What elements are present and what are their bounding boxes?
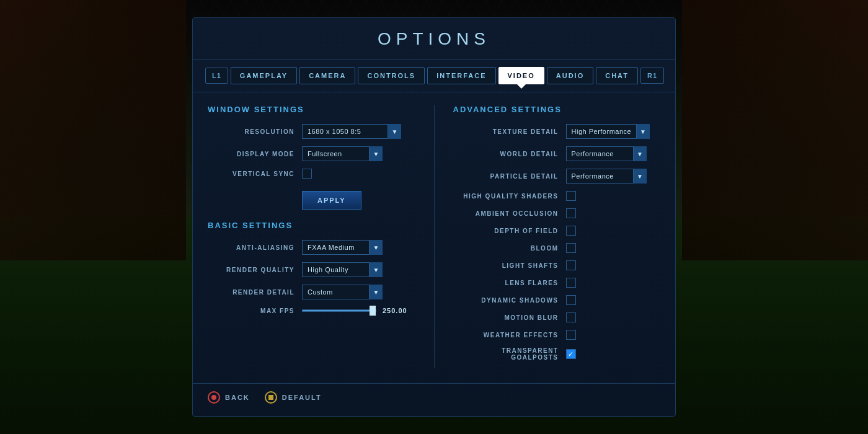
particle-detail-select[interactable]: Low Performance High bbox=[566, 169, 647, 184]
texture-detail-row: TEXTURE DETAIL Low Medium High Performan… bbox=[453, 124, 661, 139]
weather-effects-row: WEATHER EFFECTS bbox=[453, 330, 661, 340]
lens-flares-label: LENS FLARES bbox=[453, 280, 559, 286]
resolution-row: RESOLUTION 1680 x 1050 8:5 1920 x 1080 1… bbox=[208, 124, 415, 139]
back-icon bbox=[208, 391, 220, 404]
bloom-label: BLOOM bbox=[453, 245, 559, 252]
tab-interface[interactable]: INTERFACE bbox=[427, 67, 495, 84]
bloom-checkbox[interactable] bbox=[566, 243, 576, 253]
apply-row: APPLY bbox=[208, 186, 415, 210]
high-quality-shaders-label: HIGH QUALITY SHADERS bbox=[453, 193, 559, 200]
apply-button[interactable]: APPLY bbox=[302, 191, 361, 210]
depth-of-field-checkbox[interactable] bbox=[566, 226, 576, 236]
transparent-goalposts-label: TRANSPARENT GOALPOSTS bbox=[453, 347, 559, 361]
window-settings-title: WINDOW SETTINGS bbox=[208, 105, 415, 114]
particle-detail-label: PARTICLE DETAIL bbox=[453, 173, 559, 180]
light-shafts-checkbox[interactable] bbox=[566, 260, 576, 270]
display-mode-row: DISPLAY MODE Fullscreen Windowed Borderl… bbox=[208, 146, 415, 161]
display-mode-label: DISPLAY MODE bbox=[208, 151, 294, 157]
render-quality-row: RENDER QUALITY Low Quality Medium Qualit… bbox=[208, 262, 415, 277]
vsync-label: VERTICAL SYNC bbox=[208, 170, 294, 177]
render-detail-select[interactable]: Low Medium High Ultra Custom bbox=[302, 285, 383, 299]
tab-audio[interactable]: AUDIO bbox=[547, 67, 593, 84]
anti-aliasing-row: ANTI-ALIASING None FXAA Low FXAA Medium … bbox=[208, 240, 415, 255]
world-detail-select-wrapper: Low Performance High Ultra ▼ bbox=[566, 146, 647, 161]
default-label: DEFAULT bbox=[282, 394, 322, 401]
dynamic-shadows-row: DYNAMIC SHADOWS bbox=[453, 295, 661, 305]
max-fps-row: MAX FPS 250.00 bbox=[208, 307, 415, 314]
motion-blur-checkbox[interactable] bbox=[566, 312, 576, 322]
particle-detail-select-wrapper: Low Performance High ▼ bbox=[566, 169, 647, 184]
motion-blur-row: MOTION BLUR bbox=[453, 312, 661, 322]
bloom-row: BLOOM bbox=[453, 243, 661, 253]
resolution-select-wrapper: 1680 x 1050 8:5 1920 x 1080 16:9 1280 x … bbox=[302, 124, 401, 139]
lens-flares-row: LENS FLARES bbox=[453, 278, 661, 288]
dynamic-shadows-checkbox[interactable] bbox=[566, 295, 576, 305]
texture-detail-select[interactable]: Low Medium High Performance bbox=[566, 124, 650, 139]
world-detail-label: WORLD DETAIL bbox=[453, 151, 559, 157]
render-quality-label: RENDER QUALITY bbox=[208, 267, 294, 273]
ambient-occlusion-checkbox[interactable] bbox=[566, 208, 576, 218]
render-detail-label: RENDER DETAIL bbox=[208, 289, 294, 296]
motion-blur-label: MOTION BLUR bbox=[453, 314, 559, 321]
display-mode-select[interactable]: Fullscreen Windowed Borderless bbox=[302, 146, 383, 161]
world-detail-row: WORLD DETAIL Low Performance High Ultra … bbox=[453, 146, 661, 161]
tab-chat[interactable]: CHAT bbox=[596, 67, 638, 84]
anti-aliasing-select[interactable]: None FXAA Low FXAA Medium FXAA High bbox=[302, 240, 383, 255]
high-quality-shaders-checkbox[interactable] bbox=[566, 191, 576, 201]
basic-settings-title: BASIC SETTINGS bbox=[208, 221, 415, 230]
weather-effects-checkbox[interactable] bbox=[566, 330, 576, 340]
resolution-label: RESOLUTION bbox=[208, 128, 294, 135]
render-quality-select-wrapper: Low Quality Medium Quality High Quality … bbox=[302, 262, 383, 277]
transparent-goalposts-checkbox[interactable] bbox=[566, 349, 576, 359]
high-quality-shaders-row: HIGH QUALITY SHADERS bbox=[453, 191, 661, 201]
back-button[interactable]: BACK bbox=[208, 391, 250, 404]
max-fps-slider[interactable] bbox=[302, 309, 376, 312]
resolution-select[interactable]: 1680 x 1050 8:5 1920 x 1080 16:9 1280 x … bbox=[302, 124, 401, 139]
default-button[interactable]: DEFAULT bbox=[265, 391, 322, 404]
ambient-occlusion-row: AMBIENT OCCLUSION bbox=[453, 208, 661, 218]
max-fps-label: MAX FPS bbox=[208, 308, 294, 314]
anti-aliasing-select-wrapper: None FXAA Low FXAA Medium FXAA High ▼ bbox=[302, 240, 383, 255]
bottom-bar: BACK DEFAULT bbox=[193, 383, 675, 404]
ambient-occlusion-label: AMBIENT OCCLUSION bbox=[453, 210, 559, 217]
tab-nav-left[interactable]: L1 bbox=[205, 68, 228, 84]
weather-effects-label: WEATHER EFFECTS bbox=[453, 332, 559, 339]
render-detail-select-wrapper: Low Medium High Ultra Custom ▼ bbox=[302, 285, 383, 299]
right-column: ADVANCED SETTINGS TEXTURE DETAIL Low Med… bbox=[435, 105, 661, 368]
default-icon-inner bbox=[268, 395, 273, 400]
options-dialog: OPTIONS L1 GAMEPLAY CAMERA CONTROLS INTE… bbox=[192, 17, 676, 417]
max-fps-value: 250.00 bbox=[383, 307, 407, 314]
display-mode-select-wrapper: Fullscreen Windowed Borderless ▼ bbox=[302, 146, 383, 161]
world-detail-select[interactable]: Low Performance High Ultra bbox=[566, 146, 647, 161]
texture-detail-select-wrapper: Low Medium High Performance ▼ bbox=[566, 124, 650, 139]
lens-flares-checkbox[interactable] bbox=[566, 278, 576, 288]
light-shafts-row: LIGHT SHAFTS bbox=[453, 260, 661, 270]
transparent-goalposts-row: TRANSPARENT GOALPOSTS bbox=[453, 347, 661, 361]
tab-bar: L1 GAMEPLAY CAMERA CONTROLS INTERFACE VI… bbox=[193, 60, 675, 92]
tab-camera[interactable]: CAMERA bbox=[299, 67, 355, 84]
particle-detail-row: PARTICLE DETAIL Low Performance High ▼ bbox=[453, 169, 661, 184]
dialog-title: OPTIONS bbox=[193, 18, 675, 60]
back-label: BACK bbox=[225, 394, 250, 401]
tab-video[interactable]: VIDEO bbox=[498, 67, 544, 84]
advanced-settings-title: ADVANCED SETTINGS bbox=[453, 105, 661, 114]
light-shafts-label: LIGHT SHAFTS bbox=[453, 262, 559, 269]
texture-detail-label: TEXTURE DETAIL bbox=[453, 128, 559, 135]
render-quality-select[interactable]: Low Quality Medium Quality High Quality … bbox=[302, 262, 383, 277]
dynamic-shadows-label: DYNAMIC SHADOWS bbox=[453, 297, 559, 304]
left-column: WINDOW SETTINGS RESOLUTION 1680 x 1050 8… bbox=[208, 105, 435, 368]
tab-nav-right[interactable]: R1 bbox=[640, 68, 664, 84]
back-icon-inner bbox=[211, 395, 216, 400]
content-area: WINDOW SETTINGS RESOLUTION 1680 x 1050 8… bbox=[193, 92, 675, 381]
depth-of-field-row: DEPTH OF FIELD bbox=[453, 226, 661, 236]
depth-of-field-label: DEPTH OF FIELD bbox=[453, 228, 559, 234]
tab-gameplay[interactable]: GAMEPLAY bbox=[231, 67, 297, 84]
vsync-checkbox[interactable] bbox=[302, 169, 312, 179]
tab-controls[interactable]: CONTROLS bbox=[358, 67, 425, 84]
anti-aliasing-label: ANTI-ALIASING bbox=[208, 244, 294, 251]
default-icon bbox=[265, 391, 277, 404]
render-detail-row: RENDER DETAIL Low Medium High Ultra Cust… bbox=[208, 285, 415, 299]
vsync-row: VERTICAL SYNC bbox=[208, 169, 415, 179]
max-fps-slider-wrapper: 250.00 bbox=[302, 307, 407, 314]
